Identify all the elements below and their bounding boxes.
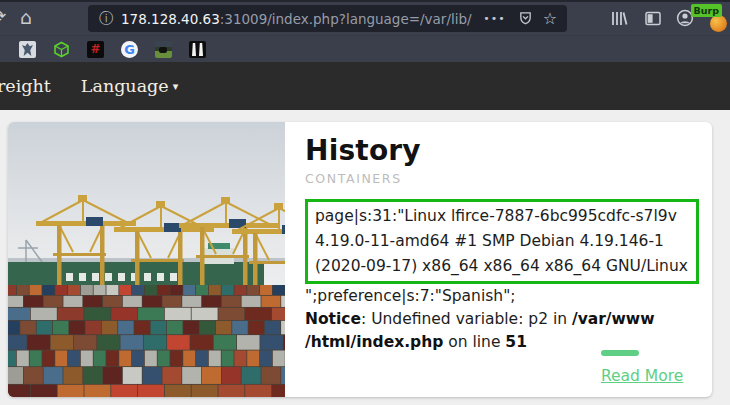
bookmarks-bar: # G [0, 35, 730, 63]
bookmark-favicon-photo[interactable] [155, 41, 172, 58]
history-card: History CONTAINERS page|s:31:"Linux lfir… [8, 122, 712, 397]
url-text[interactable]: 178.128.40.63:31009/index.php?language=/… [121, 11, 473, 27]
sidebar-icon[interactable] [645, 11, 661, 29]
session-trailer: ";preference|s:7:"Spanish"; [305, 285, 705, 308]
site-brand[interactable]: reight [0, 76, 51, 96]
url-host: 178.128.40.63 [121, 11, 220, 27]
url-path: :31009/index.php?language=/var/lib/ [220, 11, 472, 27]
bookmark-favicon-columns[interactable] [189, 41, 206, 58]
page-title: History [305, 122, 705, 167]
pocket-icon[interactable] [518, 10, 533, 29]
notice-line-number: 51 [505, 333, 527, 351]
screen: ⟳ ⌂ ⓘ 178.128.40.63:31009/index.php?lang… [0, 0, 730, 405]
read-more-link[interactable]: Read More [601, 367, 683, 385]
url-bar[interactable]: ⓘ 178.128.40.63:31009/index.php?language… [88, 5, 567, 32]
bookmark-favicon-google[interactable]: G [121, 41, 138, 58]
session-data-highlight-box: page|s:31:"Linux lfirce-7887-6bc995cdfc-… [305, 199, 699, 284]
site-navbar: reight Language▾ [0, 62, 730, 110]
library-icon[interactable] [610, 10, 628, 30]
bookmark-star-icon[interactable]: ☆ [543, 9, 557, 28]
site-info-icon[interactable]: ⓘ [99, 10, 113, 28]
session-line: (2020-09-17) x86_64 x86_64 x86_64 GNU/Li… [315, 254, 689, 279]
burp-extension-icon[interactable]: Burp [700, 4, 728, 34]
session-line: page|s:31:"Linux lfirce-7887-6bc995cdfc-… [315, 204, 689, 229]
browser-toolbar: ⟳ ⌂ ⓘ 178.128.40.63:31009/index.php?lang… [0, 2, 730, 35]
reload-icon[interactable]: ⟳ [0, 6, 12, 30]
notice-path-end: /html/index.php [305, 333, 443, 351]
home-icon[interactable]: ⌂ [20, 8, 32, 27]
bookmark-favicon-red-hash[interactable]: # [87, 41, 104, 58]
accent-dash [601, 350, 639, 356]
language-dropdown[interactable]: Language▾ [81, 76, 178, 96]
proxy-extension-icon [710, 15, 727, 32]
card-content: History CONTAINERS page|s:31:"Linux lfir… [305, 122, 705, 397]
chevron-down-icon: ▾ [173, 80, 179, 93]
page-actions-icon[interactable]: ••• [483, 12, 505, 25]
notice-label: Notice [305, 310, 361, 328]
notice-path-start: /var/www [572, 310, 655, 328]
php-notice: Notice: Undefined variable: p2 in /var/w… [305, 308, 705, 354]
page-subtitle: CONTAINERS [305, 171, 705, 186]
containers-photo [8, 122, 285, 397]
read-more-block: Read More [601, 350, 691, 385]
burp-badge: Burp [691, 4, 723, 17]
bookmark-favicon-eagle[interactable] [19, 41, 36, 58]
session-line: 4.19.0-11-amd64 #1 SMP Debian 4.19.146-1 [315, 229, 689, 254]
bookmark-favicon-green-cube[interactable] [53, 41, 70, 58]
